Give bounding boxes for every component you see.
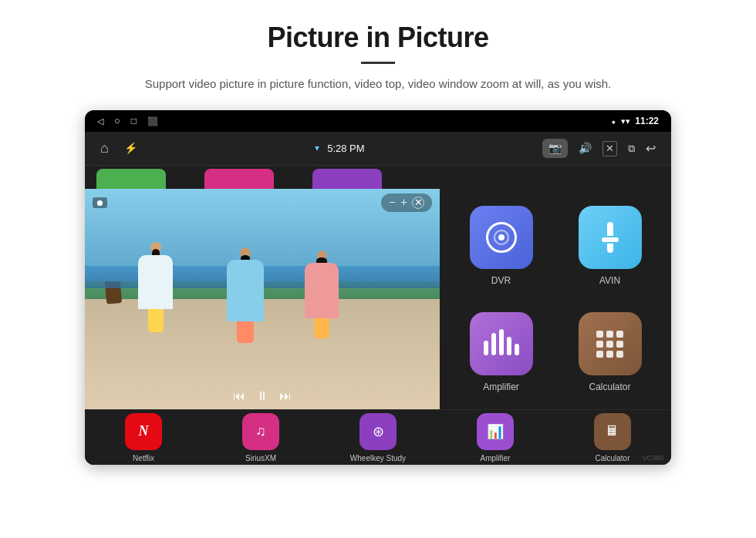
calc-key-9 <box>616 351 623 358</box>
calculator-icon-wrapper <box>579 312 642 375</box>
amp-bar-5 <box>515 344 519 355</box>
window-icon[interactable]: ⧉ <box>628 143 635 155</box>
recent-icon[interactable]: □ <box>131 116 137 127</box>
app-grid: DVR AVIN <box>440 189 671 409</box>
dvr-center-dot <box>498 234 505 240</box>
netflix-label: Netflix <box>133 454 154 462</box>
calc-key-8 <box>606 351 613 358</box>
calculator-icon <box>593 328 626 361</box>
screen-content: ⏺ − + ✕ ⏮ ⏸ ⏭ <box>85 166 671 465</box>
calc-key-3 <box>616 331 623 338</box>
avin-label: AVIN <box>599 275 620 286</box>
prev-btn[interactable]: ⏮ <box>233 389 245 403</box>
amplifier-bottom-label: Amplifier <box>481 454 511 462</box>
back-nav-icon[interactable]: ↩ <box>646 141 656 156</box>
wheelkey-partial-btn[interactable] <box>312 169 382 189</box>
screenshot-icon[interactable]: ⬛ <box>147 116 158 126</box>
amp-bar-1 <box>484 341 488 355</box>
app-cell-calculator[interactable]: Calculator <box>558 301 662 403</box>
playback-controls: ⏮ ⏸ ⏭ <box>233 389 292 403</box>
avin-icon-wrapper <box>579 206 642 269</box>
partial-app-row <box>85 166 671 189</box>
pip-close-btn[interactable]: ✕ <box>412 197 424 209</box>
netflix-partial-btn[interactable] <box>96 169 166 189</box>
nav-left: ⌂ ⚡ <box>100 140 137 156</box>
app-cell-avin[interactable]: AVIN <box>558 195 662 297</box>
calc-key-5 <box>606 341 613 348</box>
sirius-label: SiriusXM <box>245 454 276 462</box>
calc-key-2 <box>606 331 613 338</box>
sirius-symbol: ♫ <box>255 423 266 439</box>
home-circle-icon[interactable]: ○ <box>114 115 120 127</box>
pip-video-area: ⏺ − + ✕ ⏮ ⏸ ⏭ <box>85 189 440 409</box>
dvr-icon-wrapper <box>470 206 533 269</box>
bottom-app-calculator[interactable]: 🖩 Calculator <box>554 410 671 465</box>
avin-icon <box>602 222 619 253</box>
page-subtitle: Support video picture in picture functio… <box>145 75 611 93</box>
calculator-bottom-label: Calculator <box>595 454 629 462</box>
pip-record-icon: ⏺ <box>93 197 107 208</box>
calculator-label: Calculator <box>589 382 630 392</box>
back-icon[interactable]: ◁ <box>97 116 103 126</box>
wheelkey-icon: ⊛ <box>359 413 397 450</box>
calc-key-6 <box>616 341 623 348</box>
bottom-app-sirius[interactable]: ♫ SiriusXM <box>202 410 319 465</box>
avin-base <box>602 237 619 242</box>
person-3 <box>305 251 339 338</box>
nav-center: ▾ 5:28 PM <box>315 143 364 154</box>
page-wrapper: Picture in Picture Support video picture… <box>0 0 756 538</box>
wheelkey-label: Wheelkey Study <box>350 454 406 462</box>
page-title: Picture in Picture <box>267 22 488 54</box>
nav-bar: ⌂ ⚡ ▾ 5:28 PM 📷 🔊 ✕ ⧉ ↩ <box>85 132 671 166</box>
pip-size-controls[interactable]: − + ✕ <box>381 193 432 212</box>
bottom-app-amplifier[interactable]: 📊 Amplifier <box>437 410 554 465</box>
calc-key-7 <box>596 351 603 358</box>
usb-icon[interactable]: ⚡ <box>124 142 137 155</box>
calculator-bottom-icon: 🖩 <box>594 413 631 450</box>
next-btn[interactable]: ⏭ <box>279 389 292 403</box>
amplifier-bottom-icon: 📊 <box>477 413 514 450</box>
video-controls-bar: ⏺ − + ✕ <box>88 192 437 214</box>
netflix-icon: N <box>125 413 162 450</box>
dvr-outer-ring <box>486 222 517 253</box>
bottom-app-wheelkey[interactable]: ⊛ Wheelkey Study <box>319 410 437 465</box>
pip-plus-btn[interactable]: + <box>400 196 407 210</box>
avin-plug-body <box>607 222 613 236</box>
sirius-partial-btn[interactable] <box>204 169 274 189</box>
dvr-inner-ring <box>494 230 509 245</box>
person-2 <box>227 247 264 343</box>
device-frame: ◁ ○ □ ⬛ ⬥ ▾▾ 11:22 ⌂ ⚡ ▾ 5:28 PM <box>85 110 671 465</box>
title-divider <box>361 62 395 64</box>
app-cell-dvr[interactable]: DVR <box>449 195 553 297</box>
amplifier-icon-wrapper <box>470 312 533 375</box>
status-right: ⬥ ▾▾ 11:22 <box>611 116 659 126</box>
nav-time: 5:28 PM <box>327 143 364 154</box>
bottom-app-netflix[interactable]: N Netflix <box>85 410 202 465</box>
video-scene: ⏺ − + ✕ ⏮ ⏸ ⏭ <box>85 189 440 409</box>
calc-key-4 <box>596 341 603 348</box>
sirius-icon: ♫ <box>242 413 279 450</box>
nav-right: 📷 🔊 ✕ ⧉ ↩ <box>542 139 656 158</box>
close-nav-icon[interactable]: ✕ <box>602 141 617 156</box>
amp-bar-2 <box>491 333 496 355</box>
app-cell-amplifier[interactable]: Amplifier <box>449 301 553 403</box>
status-left: ◁ ○ □ ⬛ <box>97 115 158 127</box>
amplifier-icon <box>484 329 519 358</box>
pip-minus-btn[interactable]: − <box>389 196 396 210</box>
bottom-app-row: N Netflix ♫ SiriusXM ⊛ Wheelkey Study <box>85 409 671 465</box>
netflix-symbol: N <box>139 423 149 439</box>
amplifier-symbol: 📊 <box>487 423 504 440</box>
amp-bar-4 <box>507 337 511 355</box>
camera-button[interactable]: 📷 <box>542 139 568 158</box>
location-icon: ⬥ <box>611 116 616 126</box>
amplifier-label: Amplifier <box>483 382 519 392</box>
dvr-label: DVR <box>491 275 511 286</box>
volume-icon[interactable]: 🔊 <box>579 142 592 155</box>
wifi-icon: ▾▾ <box>621 116 630 126</box>
calc-key-1 <box>596 331 603 338</box>
play-pause-btn[interactable]: ⏸ <box>256 389 268 403</box>
wifi-status-icon: ▾ <box>315 143 319 154</box>
status-bar: ◁ ○ □ ⬛ ⬥ ▾▾ 11:22 <box>85 110 671 132</box>
home-icon[interactable]: ⌂ <box>100 140 109 156</box>
wheelkey-symbol: ⊛ <box>373 423 384 440</box>
